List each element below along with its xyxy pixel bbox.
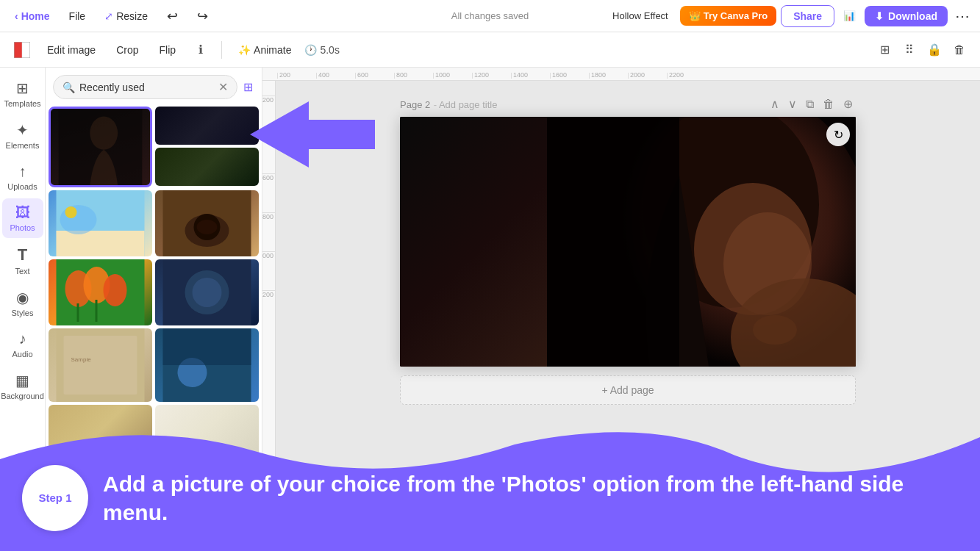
flip-button[interactable]: Flip xyxy=(152,40,184,60)
try-canva-button[interactable]: 👑 Try Canva Pro xyxy=(680,6,776,26)
analytics-button[interactable]: 📊 xyxy=(839,6,860,26)
photo-thumb-paper[interactable]: Sample xyxy=(49,328,152,402)
hollow-effect-label: Hollow Effect xyxy=(612,10,668,21)
copy-page-button[interactable]: ⧉ xyxy=(803,96,817,112)
svg-rect-17 xyxy=(77,303,79,322)
sidebar-item-photos[interactable]: 🖼 Photos xyxy=(2,198,43,238)
svg-rect-23 xyxy=(64,336,137,395)
collapse-button[interactable]: ∧ xyxy=(768,96,782,112)
trash-icon[interactable]: 🗑 xyxy=(949,40,970,60)
toolbar-right-group: ⊞ ⠿ 🔒 🗑 xyxy=(874,40,970,60)
dots-grid-icon[interactable]: ⠿ xyxy=(899,40,920,60)
share-button[interactable]: Share xyxy=(781,5,834,27)
lock-icon[interactable]: 🔒 xyxy=(924,40,945,60)
elements-icon: ✦ xyxy=(16,121,29,139)
audio-icon: ♪ xyxy=(19,331,26,347)
sidebar-item-audio[interactable]: ♪ Audio xyxy=(2,325,43,364)
ruler-horizontal: 200 400 600 800 1000 1200 1400 1600 1800… xyxy=(262,68,980,81)
edit-image-button[interactable]: Edit image xyxy=(40,40,103,60)
sidebar-item-uploads[interactable]: ↑ Uploads xyxy=(2,157,43,197)
filter-button[interactable]: ⊞ xyxy=(242,79,254,96)
animate-label: Animate xyxy=(254,44,291,56)
color-icon[interactable] xyxy=(10,38,34,62)
background-label: Background xyxy=(1,392,44,400)
grid-icon[interactable]: ⊞ xyxy=(874,40,895,60)
audio-label: Audio xyxy=(12,350,32,359)
crop-button[interactable]: Crop xyxy=(109,40,146,60)
photo-thumb-tulips[interactable] xyxy=(49,259,152,325)
svg-point-34 xyxy=(753,315,797,345)
page-title: Page 2 - Add page title xyxy=(400,98,497,111)
styles-icon: ◉ xyxy=(16,289,29,306)
photo-thumb-featured[interactable] xyxy=(49,107,152,187)
photo-thumb-dark2[interactable] xyxy=(155,107,259,145)
animate-button[interactable]: ✨ Animate xyxy=(231,40,298,60)
canvas-frame[interactable]: ↻ xyxy=(400,117,856,367)
clear-icon[interactable]: ✕ xyxy=(218,80,228,94)
sidebar-item-background[interactable]: ▦ Background xyxy=(2,366,43,406)
redo-button[interactable]: ↪ xyxy=(190,5,215,27)
sidebar-item-templates[interactable]: ⊞ Templates xyxy=(2,73,43,114)
refresh-button[interactable]: ↻ xyxy=(826,123,850,146)
delete-page-button[interactable]: 🗑 xyxy=(820,96,837,112)
info-button[interactable]: ℹ xyxy=(189,38,212,62)
image-toolbar: Edit image Crop Flip ℹ ✨ Animate 🕐 5.0s … xyxy=(0,32,980,68)
page-number: Page 2 xyxy=(400,99,430,110)
expand-button[interactable]: ∨ xyxy=(785,96,800,112)
refresh-icon: ↻ xyxy=(834,128,843,142)
photo-thumb-dark3[interactable] xyxy=(155,148,259,186)
undo-button[interactable]: ↩ xyxy=(160,5,185,27)
nav-resize-button[interactable]: ⤢ Resize xyxy=(97,7,155,25)
search-area: 🔍 ✕ ⊞ xyxy=(46,68,262,104)
templates-label: Templates xyxy=(4,99,40,108)
photos-icon: 🖼 xyxy=(15,204,30,221)
toolbar-divider xyxy=(221,41,222,59)
svg-rect-0 xyxy=(14,42,22,58)
share-label: Share xyxy=(793,10,822,22)
edit-image-label: Edit image xyxy=(47,44,96,56)
svg-point-16 xyxy=(104,274,127,306)
svg-rect-6 xyxy=(57,231,145,256)
search-box[interactable]: 🔍 ✕ xyxy=(53,75,237,99)
add-page-button[interactable]: + Add page xyxy=(400,375,856,405)
sidebar-item-elements[interactable]: ✦ Elements xyxy=(2,115,43,156)
crown-icon: 👑 xyxy=(689,10,701,21)
bottom-content: Step 1 Add a picture of your choice from… xyxy=(0,444,980,551)
svg-point-8 xyxy=(65,206,77,218)
home-label: Home xyxy=(21,10,50,22)
nav-home-button[interactable]: ‹ Home xyxy=(7,7,57,25)
canvas-image xyxy=(400,117,856,367)
svg-rect-1 xyxy=(22,42,30,58)
photo-thumb-blue-cloth[interactable] xyxy=(155,328,259,402)
photo-thumb-food[interactable] xyxy=(155,259,259,325)
add-page-label: + Add page xyxy=(601,384,654,396)
download-icon: ⬇ xyxy=(875,10,884,22)
step-description: Add a picture of your choice from the 'P… xyxy=(103,469,958,527)
hollow-effect-button[interactable]: Hollow Effect xyxy=(605,7,676,24)
page-actions: ∧ ∨ ⧉ 🗑 ⊕ xyxy=(768,96,856,112)
clock-icon: 🕐 xyxy=(304,44,317,56)
chevron-left-icon: ‹ xyxy=(15,10,18,22)
save-status: All changes saved xyxy=(451,10,529,21)
resize-label: Resize xyxy=(116,10,148,22)
elements-label: Elements xyxy=(6,141,40,150)
portrait-image xyxy=(547,117,856,367)
photo-thumb-coffee[interactable] xyxy=(155,190,259,256)
search-input[interactable] xyxy=(79,82,214,93)
svg-point-7 xyxy=(60,205,97,234)
sidebar-item-text[interactable]: T Text xyxy=(2,240,43,281)
sidebar-item-styles[interactable]: ◉ Styles xyxy=(2,283,43,323)
top-navigation: ‹ Home File ⤢ Resize ↩ ↪ All changes sav… xyxy=(0,0,980,32)
add-section-button[interactable]: ⊕ xyxy=(840,96,856,112)
page-title-input[interactable]: Add page title xyxy=(439,99,498,110)
nav-file-button[interactable]: File xyxy=(62,7,93,25)
photo-thumb-beach[interactable] xyxy=(49,190,152,256)
templates-icon: ⊞ xyxy=(16,79,29,97)
more-options-button[interactable]: ⋯ xyxy=(952,7,973,25)
search-icon: 🔍 xyxy=(62,82,75,93)
download-button[interactable]: ⬇ Download xyxy=(865,6,948,26)
uploads-label: Uploads xyxy=(7,182,37,191)
text-icon: T xyxy=(18,245,27,264)
time-display: 🕐 5.0s xyxy=(304,44,339,56)
svg-point-12 xyxy=(197,220,218,234)
